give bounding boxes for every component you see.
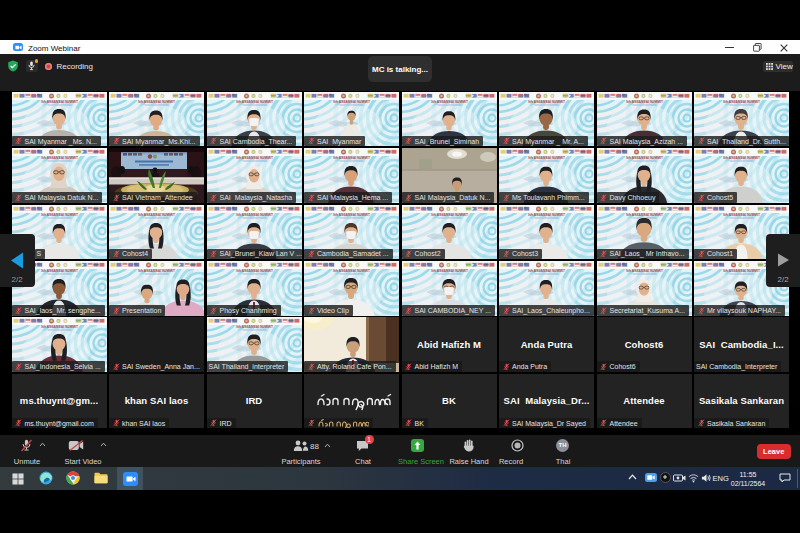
- svg-text:9th ASEANSAI SUMMIT: 9th ASEANSAI SUMMIT: [333, 213, 370, 217]
- svg-text:9th ASEANSAI SUMMIT: 9th ASEANSAI SUMMIT: [333, 269, 370, 273]
- svg-text:9th ASEANSAI SUMMIT: 9th ASEANSAI SUMMIT: [626, 213, 663, 217]
- svg-text:9th ASEANSAI SUMMIT: 9th ASEANSAI SUMMIT: [528, 100, 565, 104]
- svg-text:9th ASEANSAI SUMMIT: 9th ASEANSAI SUMMIT: [723, 100, 760, 104]
- svg-text:9th ASEANSAI SUMMIT: 9th ASEANSAI SUMMIT: [626, 100, 663, 104]
- svg-text:9th ASEANSAI SUMMIT: 9th ASEANSAI SUMMIT: [431, 269, 468, 273]
- svg-text:9th ASEANSAI SUMMIT: 9th ASEANSAI SUMMIT: [236, 326, 273, 330]
- svg-text:9th ASEANSAI SUMMIT: 9th ASEANSAI SUMMIT: [236, 213, 273, 217]
- svg-text:9th ASEANSAI SUMMIT: 9th ASEANSAI SUMMIT: [236, 157, 273, 161]
- svg-text:9th ASEANSAI SUMMIT: 9th ASEANSAI SUMMIT: [138, 100, 175, 104]
- svg-text:9th ASEANSAI SUMMIT: 9th ASEANSAI SUMMIT: [431, 100, 468, 104]
- svg-text:9th ASEANSAI SUMMIT: 9th ASEANSAI SUMMIT: [431, 213, 468, 217]
- svg-text:9th ASEANSAI SUMMIT: 9th ASEANSAI SUMMIT: [236, 100, 273, 104]
- svg-text:9th ASEANSAI SUMMIT: 9th ASEANSAI SUMMIT: [528, 157, 565, 161]
- svg-text:9th ASEANSAI SUMMIT: 9th ASEANSAI SUMMIT: [528, 269, 565, 273]
- svg-text:9th ASEANSAI SUMMIT: 9th ASEANSAI SUMMIT: [626, 157, 663, 161]
- svg-text:9th ASEANSAI SUMMIT: 9th ASEANSAI SUMMIT: [626, 269, 663, 273]
- svg-text:9th ASEANSAI SUMMIT: 9th ASEANSAI SUMMIT: [41, 100, 78, 104]
- svg-text:9th ASEANSAI SUMMIT: 9th ASEANSAI SUMMIT: [138, 269, 175, 273]
- svg-text:9th ASEANSAI SUMMIT: 9th ASEANSAI SUMMIT: [41, 157, 78, 161]
- svg-text:9th ASEANSAI SUMMIT: 9th ASEANSAI SUMMIT: [723, 269, 760, 273]
- svg-text:9th ASEANSAI SUMMIT: 9th ASEANSAI SUMMIT: [333, 100, 370, 104]
- svg-text:9th ASEANSAI SUMMIT: 9th ASEANSAI SUMMIT: [41, 326, 78, 330]
- svg-text:9th ASEANSAI SUMMIT: 9th ASEANSAI SUMMIT: [333, 157, 370, 161]
- svg-text:9th ASEANSAI SUMMIT: 9th ASEANSAI SUMMIT: [41, 269, 78, 273]
- svg-text:9th ASEANSAI SUMMIT: 9th ASEANSAI SUMMIT: [723, 157, 760, 161]
- svg-text:9th ASEANSAI SUMMIT: 9th ASEANSAI SUMMIT: [723, 213, 760, 217]
- svg-text:9th ASEANSAI SUMMIT: 9th ASEANSAI SUMMIT: [41, 213, 78, 217]
- svg-text:9th ASEANSAI SUMMIT: 9th ASEANSAI SUMMIT: [138, 213, 175, 217]
- svg-text:9th ASEANSAI SUMMIT: 9th ASEANSAI SUMMIT: [528, 213, 565, 217]
- svg-text:9th ASEANSAI SUMMIT: 9th ASEANSAI SUMMIT: [236, 269, 273, 273]
